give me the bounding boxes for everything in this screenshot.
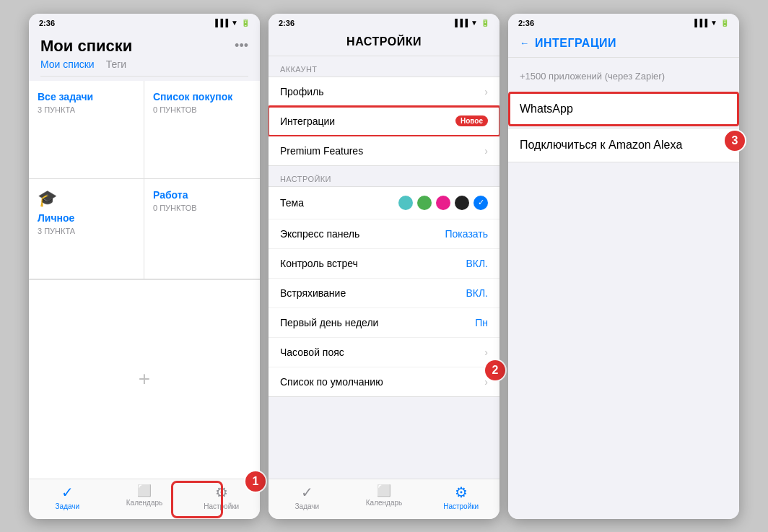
settings-row-express[interactable]: Экспресс панель Показать: [269, 219, 499, 249]
add-list-button[interactable]: +: [139, 367, 150, 391]
alexa-label: Подключиться к Amazon Alexa: [520, 139, 682, 151]
theme-label: Тема: [280, 197, 304, 209]
signal-icon: ▐▐▐: [213, 19, 228, 27]
screen1-title: Мои списки: [40, 37, 132, 56]
express-value: Показать: [445, 228, 488, 240]
section-header-account: АККАУНТ: [269, 56, 499, 77]
screen1-time: 2:36: [39, 19, 55, 27]
premium-label: Premium Features: [280, 145, 363, 157]
screen1-tabs: Мои списки Теги: [40, 58, 248, 77]
screen1-header: Мои списки ••• Мои списки Теги: [29, 31, 260, 81]
settings-row-meetings[interactable]: Контроль встреч ВКЛ.: [269, 249, 499, 279]
list-item-shopping[interactable]: Список покупок 0 ПУНКТОВ: [144, 81, 260, 179]
alexa-item[interactable]: Подключиться к Amazon Alexa: [508, 128, 739, 162]
wifi-icon-s3: ▼: [710, 19, 717, 27]
list-name-all: Все задачи: [38, 91, 135, 103]
settings-row-premium[interactable]: Premium Features ›: [269, 136, 499, 165]
tasks-tab-label-s2: Задачи: [295, 502, 320, 510]
screen2-time: 2:36: [279, 19, 294, 27]
screen2-bottom-tabs: ✓ Задачи ⬜ Календарь ⚙ Настройки: [269, 479, 499, 519]
tab-tasks[interactable]: ✓ Задачи: [29, 484, 106, 513]
step-badge-2: 2: [484, 359, 507, 382]
screen2-status-icons: ▐▐▐ ▼ 🔋: [453, 19, 489, 27]
shake-value: ВКЛ.: [466, 287, 488, 299]
integrations-highlight: [269, 105, 499, 137]
settings-highlight-s1: [171, 481, 223, 518]
color-dot-pink[interactable]: [436, 196, 450, 210]
tab-calendar-s2[interactable]: ⬜ Календарь: [346, 484, 423, 513]
zapier-info: +1500 приложений (через Zapier): [508, 64, 739, 86]
tab-tasks-s2[interactable]: ✓ Задачи: [269, 484, 346, 513]
settings-row-theme[interactable]: Тема: [269, 187, 499, 219]
color-dot-teal[interactable]: [398, 196, 413, 210]
tasks-tab-label: Задачи: [56, 502, 80, 510]
meetings-label: Контроль встреч: [280, 258, 358, 269]
profile-chevron: ›: [484, 86, 488, 97]
tasks-tab-icon-s2: ✓: [301, 484, 313, 501]
list-count-personal: 3 ПУНКТА: [38, 227, 135, 235]
tab-tags[interactable]: Теги: [106, 58, 126, 71]
more-icon[interactable]: •••: [235, 38, 248, 53]
list-name-shopping: Список покупок: [153, 91, 251, 103]
tab-settings-s2[interactable]: ⚙ Настройки: [422, 484, 499, 513]
calendar-tab-label: Календарь: [126, 499, 162, 507]
whatsapp-wrapper: WhatsApp: [508, 92, 739, 126]
prefs-settings-list: Тема Экспресс панель Показать: [269, 186, 499, 397]
battery-icon: 🔋: [241, 19, 250, 27]
settings-row-timezone[interactable]: Часовой пояс ›: [269, 338, 499, 367]
settings-row-firstday[interactable]: Первый день недели Пн: [269, 308, 499, 338]
settings-tab-icon-s2: ⚙: [455, 484, 468, 501]
add-list-area[interactable]: +: [29, 279, 260, 479]
color-dot-green[interactable]: [417, 196, 432, 210]
back-button[interactable]: ←: [520, 38, 529, 48]
screen1-status-icons: ▐▐▐ ▼ 🔋: [213, 19, 250, 27]
premium-chevron: ›: [484, 145, 488, 157]
list-item-all-tasks[interactable]: Все задачи 3 ПУНКТА: [29, 81, 144, 179]
step-badge-3: 3: [723, 129, 746, 152]
color-dot-blue[interactable]: [474, 196, 488, 210]
whatsapp-highlight: [508, 92, 739, 126]
calendar-tab-icon-s2: ⬜: [377, 484, 391, 497]
shake-label: Встряхивание: [280, 287, 346, 299]
color-dot-black[interactable]: [455, 196, 469, 210]
screen1-title-row: Мои списки •••: [40, 37, 248, 56]
express-label: Экспресс панель: [280, 228, 359, 240]
list-item-work[interactable]: Работа 0 ПУНКТОВ: [144, 179, 260, 279]
screen3-time: 2:36: [518, 19, 534, 27]
account-settings-list: Профиль › Интеграции Новое: [269, 77, 499, 136]
settings-row-integrations[interactable]: Интеграции Новое: [269, 107, 499, 136]
step-badge-1: 1: [244, 470, 267, 493]
list-item-personal[interactable]: 🎓 Личное 3 ПУНКТА: [29, 179, 144, 279]
theme-color-dots: [398, 196, 488, 210]
settings-row-profile[interactable]: Профиль ›: [269, 77, 499, 107]
settings-row-default-list[interactable]: Список по умолчанию ›: [269, 367, 499, 396]
screen3-status-bar: 2:36 ▐▐▐ ▼ 🔋: [508, 14, 739, 31]
wifi-icon: ▼: [231, 19, 238, 27]
signal-icon-s3: ▐▐▐: [692, 19, 707, 27]
meetings-value: ВКЛ.: [466, 258, 488, 269]
settings-row-shake[interactable]: Встряхивание ВКЛ.: [269, 279, 499, 308]
screen3-title: ИНТЕГРАЦИИ: [535, 37, 616, 50]
list-count-shopping: 0 ПУНКТОВ: [153, 105, 251, 114]
personal-icon: 🎓: [38, 189, 135, 208]
firstday-label: Первый день недели: [280, 317, 378, 328]
signal-icon-s2: ▐▐▐: [453, 19, 468, 27]
battery-icon-s3: 🔋: [720, 19, 729, 27]
screen3-wrapper: 2:36 ▐▐▐ ▼ 🔋 ← ИНТЕГРАЦИИ +1500 приложен…: [508, 14, 739, 519]
wifi-icon-s2: ▼: [471, 19, 478, 27]
tab-my-lists[interactable]: Мои списки: [40, 58, 95, 71]
screen3-header: ← ИНТЕГРАЦИИ: [508, 31, 739, 58]
screen1-wrapper: 2:36 ▐▐▐ ▼ 🔋 Мои списки ••• Мои списки Т…: [29, 14, 260, 519]
screen2-status-bar: 2:36 ▐▐▐ ▼ 🔋: [269, 14, 499, 31]
screen2: 2:36 ▐▐▐ ▼ 🔋 НАСТРОЙКИ АККАУНТ Профиль ›: [269, 14, 499, 519]
screen2-header: НАСТРОЙКИ: [269, 31, 499, 56]
screen2-title: НАСТРОЙКИ: [346, 35, 422, 48]
screen3-status-icons: ▐▐▐ ▼ 🔋: [692, 19, 729, 27]
list-name-personal: Личное: [38, 212, 135, 224]
lists-grid: Все задачи 3 ПУНКТА Список покупок 0 ПУН…: [29, 81, 260, 279]
integrations-content: +1500 приложений (через Zapier) WhatsApp…: [508, 58, 739, 519]
tasks-tab-icon: ✓: [61, 484, 74, 501]
list-count-all: 3 ПУНКТА: [38, 105, 135, 114]
back-arrow-icon: ←: [520, 38, 529, 48]
screen1: 2:36 ▐▐▐ ▼ 🔋 Мои списки ••• Мои списки Т…: [29, 14, 260, 519]
